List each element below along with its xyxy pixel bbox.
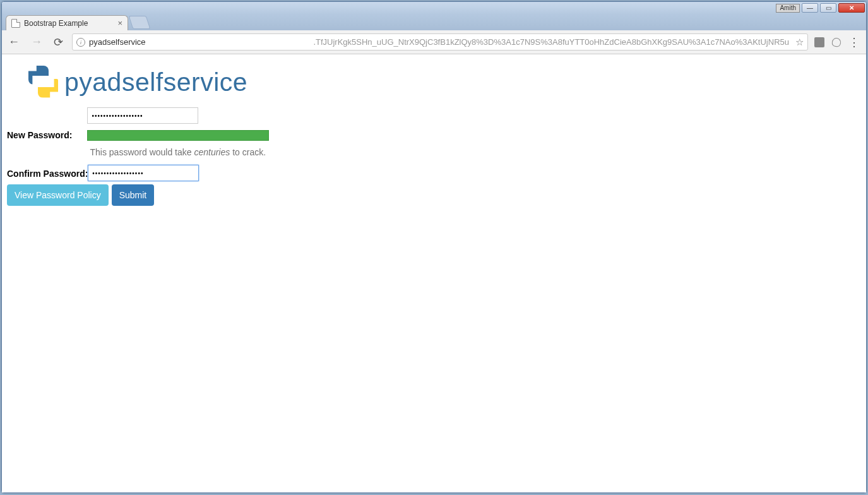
browser-tabstrip: Bootstrap Example × <box>2 14 866 30</box>
window-maximize-button[interactable]: ▭ <box>820 3 836 13</box>
back-button[interactable]: ← <box>6 35 22 49</box>
address-bar[interactable]: i pyadselfservice .TfJUjrKgk5SHn_uUG_Ntr… <box>72 33 808 51</box>
tab-title: Bootstrap Example <box>24 19 114 28</box>
tab-close-icon[interactable]: × <box>117 18 122 28</box>
toolbar-right: ⋮ <box>814 35 862 49</box>
reload-button[interactable]: ⟳ <box>51 35 66 49</box>
new-tab-button[interactable] <box>129 16 151 29</box>
new-password-row: New Password: This password would take c… <box>7 107 866 162</box>
python-logo-icon <box>25 65 59 100</box>
url-path: .TfJUjrKgk5SHn_uUG_NtrX9QjC3fB1kZlQy8%3D… <box>313 37 789 47</box>
extension-icon[interactable] <box>814 37 824 47</box>
forward-button: → <box>28 35 45 49</box>
new-password-label: New Password: <box>7 107 72 140</box>
window-minimize-button[interactable]: — <box>802 3 818 13</box>
new-password-input[interactable] <box>87 107 198 124</box>
page-viewport: pyadselfservice New Password: This passw… <box>2 54 866 492</box>
window-titlebar: Amith — ▭ ✕ <box>2 2 866 14</box>
confirm-password-label: Confirm Password: <box>7 165 88 179</box>
password-form: New Password: This password would take c… <box>2 107 866 206</box>
page-content: pyadselfservice New Password: This passw… <box>2 54 866 206</box>
app-name: pyadselfservice <box>64 68 247 97</box>
browser-toolbar: ← → ⟳ i pyadselfservice .TfJUjrKgk5SHn_u… <box>2 30 866 54</box>
browser-window: Amith — ▭ ✕ Bootstrap Example × ← → ⟳ i … <box>1 1 867 493</box>
url-host: pyadselfservice <box>89 37 146 47</box>
form-actions: View Password Policy Submit <box>7 184 866 206</box>
os-user-button[interactable]: Amith <box>776 4 800 13</box>
confirm-password-input[interactable] <box>88 165 199 181</box>
window-close-button[interactable]: ✕ <box>838 3 865 13</box>
bookmark-star-icon[interactable]: ☆ <box>795 37 804 48</box>
app-header: pyadselfservice <box>2 54 866 105</box>
password-strength-meter <box>87 130 269 141</box>
extension-icon-2[interactable] <box>831 37 841 47</box>
browser-tab[interactable]: Bootstrap Example × <box>6 15 128 30</box>
site-info-icon[interactable]: i <box>76 38 85 47</box>
view-password-policy-button[interactable]: View Password Policy <box>7 184 109 206</box>
submit-button[interactable]: Submit <box>112 184 155 206</box>
confirm-password-row: Confirm Password: <box>7 165 866 181</box>
page-icon <box>11 19 20 28</box>
password-strength-text: This password would take centuries to cr… <box>90 147 269 157</box>
browser-menu-icon[interactable]: ⋮ <box>848 35 860 49</box>
